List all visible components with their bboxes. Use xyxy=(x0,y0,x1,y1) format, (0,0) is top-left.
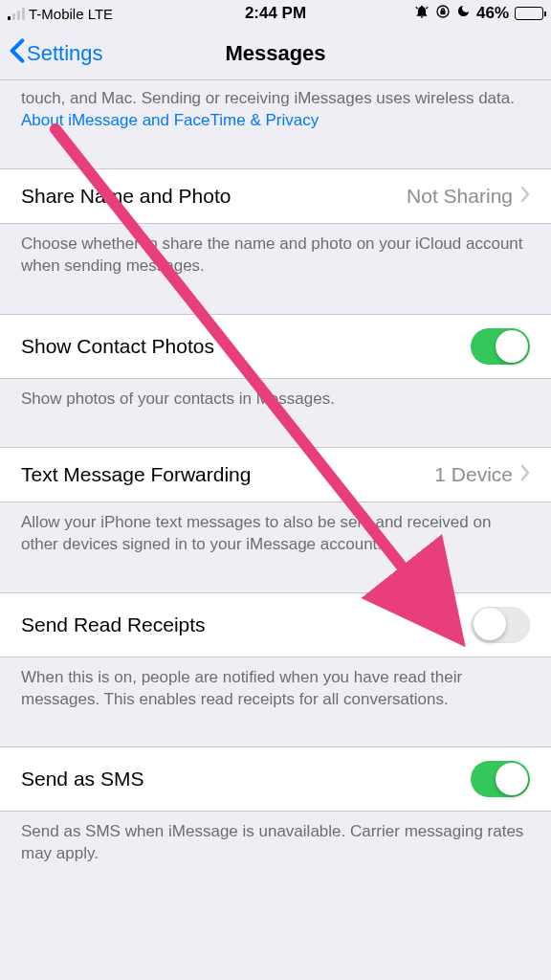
back-label: Settings xyxy=(27,41,103,66)
share-value: Not Sharing xyxy=(407,185,513,208)
forwarding-value: 1 Device xyxy=(434,463,513,486)
chevron-right-icon xyxy=(520,463,530,486)
share-footer: Choose whether to share the name and pho… xyxy=(0,224,551,289)
send-read-receipts-row: Send Read Receipts xyxy=(0,592,551,657)
carrier-label: T-Mobile LTE xyxy=(29,6,113,22)
receipts-footer: When this is on, people are notified whe… xyxy=(0,657,551,723)
settings-scroll[interactable]: touch, and Mac. Sending or receiving iMe… xyxy=(0,80,551,980)
sms-label: Send as SMS xyxy=(21,768,471,791)
clock: 2:44 PM xyxy=(187,4,365,23)
forwarding-label: Text Message Forwarding xyxy=(21,463,434,486)
status-bar: T-Mobile LTE 2:44 PM 46% xyxy=(0,0,551,27)
imessage-privacy-link[interactable]: About iMessage and FaceTime & Privacy xyxy=(21,111,319,129)
show-contact-photos-toggle[interactable] xyxy=(471,328,530,365)
share-label: Share Name and Photo xyxy=(21,185,407,208)
forwarding-footer: Allow your iPhone text messages to also … xyxy=(0,502,551,568)
signal-icon xyxy=(8,8,25,20)
dnd-moon-icon xyxy=(456,4,471,23)
sms-footer: Send as SMS when iMessage is unavailable… xyxy=(0,812,551,877)
chevron-left-icon xyxy=(10,37,27,70)
chevron-right-icon xyxy=(520,185,530,208)
battery-icon xyxy=(515,7,543,20)
share-name-photo-row[interactable]: Share Name and Photo Not Sharing xyxy=(0,168,551,224)
alarm-icon xyxy=(414,4,430,24)
contacts-label: Show Contact Photos xyxy=(21,335,471,358)
contacts-footer: Show photos of your contacts in Messages… xyxy=(0,379,551,422)
receipts-label: Send Read Receipts xyxy=(21,613,471,636)
back-button[interactable]: Settings xyxy=(10,37,103,70)
send-as-sms-toggle[interactable] xyxy=(471,761,530,797)
send-as-sms-row: Send as SMS xyxy=(0,746,551,812)
show-contact-photos-row: Show Contact Photos xyxy=(0,314,551,379)
text-message-forwarding-row[interactable]: Text Message Forwarding 1 Device xyxy=(0,447,551,502)
svg-rect-1 xyxy=(441,11,445,13)
nav-bar: Settings Messages xyxy=(0,27,551,80)
battery-pct: 46% xyxy=(476,4,509,23)
imessage-footer: touch, and Mac. Sending or receiving iMe… xyxy=(0,80,551,144)
send-read-receipts-toggle[interactable] xyxy=(471,607,530,643)
orientation-lock-icon xyxy=(435,4,451,24)
